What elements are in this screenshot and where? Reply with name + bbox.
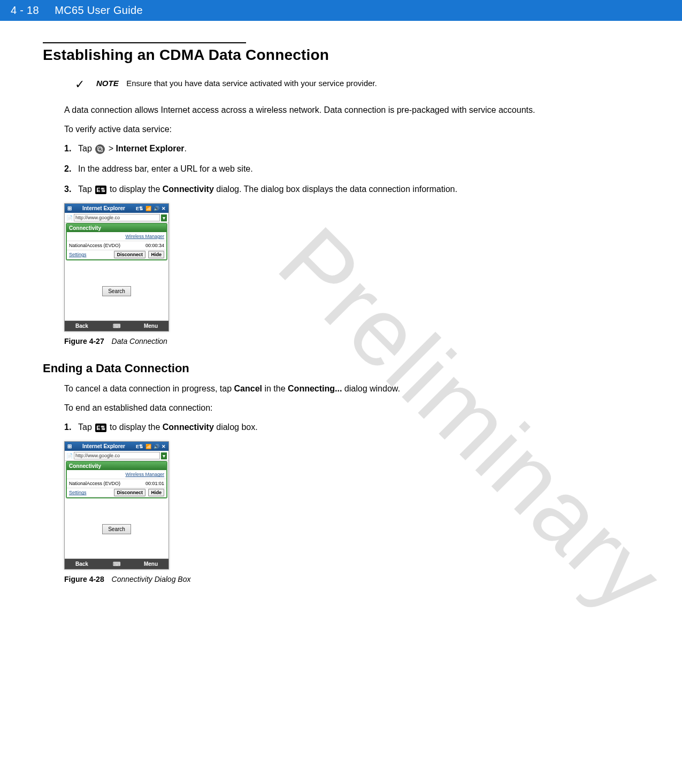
phone-titlebar: ⊞ Internet Explorer E⇅ 📶 🔊 ✕ <box>65 204 168 213</box>
step-number: 3. <box>64 183 78 196</box>
disconnect-button[interactable]: Disconnect <box>114 251 145 258</box>
step-text: Tap <box>78 144 94 153</box>
connection-time: 00:01:01 <box>145 481 164 486</box>
softkey-bar: Back ⌨ Menu <box>65 321 168 331</box>
verify-intro: To verify active data service: <box>64 124 639 135</box>
text: To cancel a data connection in progress,… <box>64 384 234 393</box>
menu-softkey[interactable]: Menu <box>144 323 158 329</box>
connectivity-label: Connectivity <box>163 185 214 194</box>
cancel-label: Cancel <box>234 384 262 393</box>
figure-title: Data Connection <box>112 337 167 345</box>
panel-title: Connectivity <box>67 224 166 232</box>
keyboard-icon[interactable]: ⌨ <box>113 323 120 329</box>
figure-label: Figure 4-27 <box>64 337 104 345</box>
search-button[interactable]: Search <box>102 286 131 296</box>
go-dropdown-icon[interactable]: ▾ <box>161 214 167 221</box>
cancel-paragraph: To cancel a data connection in progress,… <box>64 383 639 395</box>
phone-signal-icon[interactable]: 📶 <box>145 206 151 211</box>
volume-icon[interactable]: 🔊 <box>154 444 159 449</box>
url-field[interactable]: http://www.google.co <box>74 214 160 221</box>
phone-signal-icon[interactable]: 📶 <box>145 444 151 449</box>
text: in the <box>264 384 288 393</box>
address-bar: 📄 http://www.google.co ▾ <box>65 213 168 223</box>
note-block: ✓ NOTE Ensure that you have data service… <box>75 79 639 91</box>
step-1: 1. Tap > Internet Explorer. <box>64 142 639 155</box>
browser-viewport: Search <box>65 499 168 559</box>
guide-title: MC65 User Guide <box>55 4 143 16</box>
connectivity-icon <box>95 424 106 432</box>
figure-caption-1: Figure 4-27 Data Connection <box>64 337 639 345</box>
page-header: 4 - 18 MC65 User Guide <box>0 0 682 21</box>
phone-titlebar: ⊞ Internet Explorer E⇅ 📶 🔊 ✕ <box>65 442 168 451</box>
end-intro: To end an established data connection: <box>64 402 639 414</box>
keyboard-icon[interactable]: ⌨ <box>113 561 120 567</box>
step-number: 2. <box>64 163 78 175</box>
step-text: dialog. The dialog box displays the data… <box>216 185 457 194</box>
windows-start-icon <box>95 144 105 154</box>
wireless-manager-link[interactable]: Wireless Manager <box>125 234 164 239</box>
start-icon[interactable]: ⊞ <box>67 443 72 449</box>
page-number: 4 - 18 <box>11 4 39 16</box>
step-text: to display the <box>110 422 163 432</box>
page-icon: 📄 <box>66 215 73 221</box>
close-icon[interactable]: ✕ <box>162 444 166 449</box>
start-icon[interactable]: ⊞ <box>67 205 72 211</box>
search-button[interactable]: Search <box>102 524 131 534</box>
page-icon: 📄 <box>66 453 73 459</box>
wireless-manager-link[interactable]: Wireless Manager <box>125 472 164 477</box>
checkmark-icon: ✓ <box>75 78 85 91</box>
step-text: to display the <box>110 185 163 194</box>
step-text: Tap <box>78 185 94 194</box>
settings-link[interactable]: Settings <box>69 252 87 257</box>
step-text: dialog box. <box>216 422 257 432</box>
subsection-heading: Ending a Data Connection <box>43 362 639 375</box>
figure-caption-2: Figure 4-28 Connectivity Dialog Box <box>64 575 639 583</box>
browser-viewport: Search <box>65 262 168 321</box>
text: dialog window. <box>344 384 400 393</box>
step-number: 1. <box>64 421 78 434</box>
connectivity-icon <box>95 186 106 194</box>
back-softkey[interactable]: Back <box>75 323 88 329</box>
connectivity-panel: Connectivity Wireless Manager NationalAc… <box>66 461 167 498</box>
note-label: NOTE <box>96 79 119 88</box>
step-3: 3. Tap to display the Connectivity dialo… <box>64 183 639 196</box>
note-text: Ensure that you have data service activa… <box>126 79 377 88</box>
softkey-bar: Back ⌨ Menu <box>65 559 168 569</box>
back-softkey[interactable]: Back <box>75 561 88 567</box>
url-field[interactable]: http://www.google.co <box>74 452 160 459</box>
close-icon[interactable]: ✕ <box>162 206 166 211</box>
step-text: In the address bar, enter a URL for a we… <box>78 163 639 175</box>
section-divider <box>43 42 246 43</box>
go-dropdown-icon[interactable]: ▾ <box>161 452 167 459</box>
connectivity-label: Connectivity <box>163 422 214 432</box>
step-text: . <box>185 144 187 153</box>
settings-link[interactable]: Settings <box>69 490 87 495</box>
connecting-label: Connecting... <box>288 384 342 393</box>
address-bar: 📄 http://www.google.co ▾ <box>65 451 168 461</box>
hide-button[interactable]: Hide <box>148 489 164 496</box>
figure-title: Connectivity Dialog Box <box>112 575 191 583</box>
connectivity-panel: Connectivity Wireless Manager NationalAc… <box>66 223 167 260</box>
step-2: 2. In the address bar, enter a URL for a… <box>64 163 639 175</box>
step-text: Tap <box>78 422 94 432</box>
phone-app-title: Internet Explorer <box>82 443 125 449</box>
phone-app-title: Internet Explorer <box>82 205 125 211</box>
internet-explorer-label: Internet Explorer <box>116 144 185 153</box>
figure-label: Figure 4-28 <box>64 575 104 583</box>
step-text: > <box>109 144 116 153</box>
figure-phone-1: ⊞ Internet Explorer E⇅ 📶 🔊 ✕ 📄 http://ww… <box>64 203 169 332</box>
connection-time: 00:00:34 <box>145 243 164 248</box>
section-heading: Establishing an CDMA Data Connection <box>43 47 639 64</box>
signal-icon[interactable]: E⇅ <box>136 444 143 449</box>
connection-name: NationalAccess (EVDO) <box>69 243 120 248</box>
step-number: 1. <box>64 142 78 155</box>
panel-title: Connectivity <box>67 462 166 470</box>
figure-phone-2: ⊞ Internet Explorer E⇅ 📶 🔊 ✕ 📄 http://ww… <box>64 441 169 570</box>
menu-softkey[interactable]: Menu <box>144 561 158 567</box>
signal-icon[interactable]: E⇅ <box>136 206 143 211</box>
hide-button[interactable]: Hide <box>148 251 164 258</box>
intro-paragraph: A data connection allows Internet access… <box>64 104 639 116</box>
volume-icon[interactable]: 🔊 <box>154 206 159 211</box>
end-step-1: 1. Tap to display the Connectivity dialo… <box>64 421 639 434</box>
disconnect-button[interactable]: Disconnect <box>114 489 145 496</box>
